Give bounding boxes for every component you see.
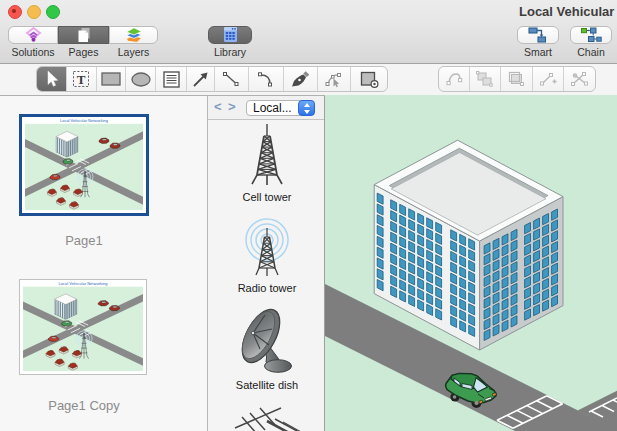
svg-text:T: T (77, 72, 86, 87)
svg-text:Local Vehicular Networking: Local Vehicular Networking (59, 281, 108, 286)
svg-text:Local Vehicular Networking: Local Vehicular Networking (60, 118, 108, 123)
